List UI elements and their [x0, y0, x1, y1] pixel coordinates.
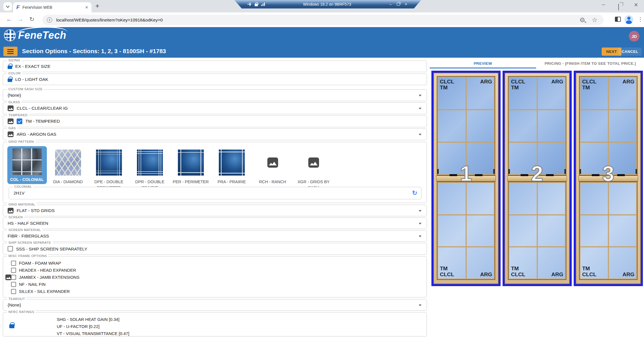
headex-checkbox[interactable] — [11, 268, 16, 273]
nfrc-uf-line: UF - U-FACTOR [0.22] — [57, 323, 129, 330]
field-glass[interactable]: GLASS CLCL - CLEAR/CLEAR IG — [3, 102, 427, 114]
tile-prairie[interactable]: PRA - PRAIRIE — [211, 146, 252, 191]
field-tearout-value[interactable]: {None} — [8, 303, 21, 308]
field-custom-sash-size[interactable]: CUSTOM SASH SIZE {None} — [3, 89, 427, 101]
ship-screen-checkbox[interactable] — [8, 246, 13, 252]
url-text[interactable]: localhost/WEB/quotes/lineitem?oKey=10918… — [56, 18, 580, 23]
app-root: F FeneVision WEB × + Windows 18.2 on 9BR… — [0, 0, 644, 337]
tile-grids-by-sash[interactable]: XGR - GRIDS BY SASH — [293, 146, 334, 191]
chevron-down-icon — [6, 4, 10, 8]
field-custom-sash-size-value[interactable]: {None} — [8, 93, 21, 98]
chevron-down-icon[interactable] — [419, 236, 422, 237]
tile-double-prairie[interactable]: DPR - DOUBLE PRAIRIE — [129, 146, 170, 191]
chevron-down-icon[interactable] — [419, 95, 422, 96]
tab-pricing[interactable]: PRICING - [FINISH ITEM TO SEE TOTAL PRIC… — [537, 58, 644, 68]
field-screen-value[interactable]: HS - HALF SCREEN — [8, 221, 48, 226]
reload-button[interactable]: ↻ — [29, 16, 34, 23]
new-tab-button[interactable]: + — [95, 2, 99, 10]
zoom-out-icon[interactable] — [580, 18, 584, 22]
field-gas-value[interactable]: ARG - ARGON GAS — [17, 132, 56, 137]
grid-muntin — [437, 214, 495, 215]
grid-muntin — [608, 77, 609, 175]
field-screen-material[interactable]: SCREEN MATERIAL FIBR - FIBERGLASS — [3, 230, 427, 242]
browser-profile-avatar[interactable] — [625, 15, 633, 24]
window-preview-row: CLCLTM ARG 1 TMCLCL ARG — [431, 71, 643, 286]
forward-button[interactable]: → — [18, 16, 23, 23]
chevron-down-icon[interactable] — [419, 304, 422, 306]
perimeter-pattern-image — [178, 150, 204, 176]
nfrc-vt-line: VT - VISUAL TRANSMITTANCE [0.47] — [57, 330, 129, 337]
grid-muntin — [466, 77, 467, 175]
chevron-down-icon[interactable] — [419, 223, 422, 224]
glass-label-bottomleft: TMCLCL — [440, 265, 454, 277]
tile-diamond[interactable]: DIA - DIAMOND — [47, 146, 88, 191]
refresh-icon[interactable]: ↻ — [412, 189, 417, 197]
field-grid-material-value[interactable]: FLAT - STD GRIDS — [17, 208, 55, 213]
remote-minimize-button[interactable]: – — [389, 2, 392, 7]
field-nfrc-ratings: NFRC RATINGS SHG - SOLAR HEAT GAIN [0.34… — [3, 312, 427, 336]
tempered-checkbox[interactable] — [17, 118, 22, 124]
tile-ranch[interactable]: RCH - RANCH — [252, 146, 293, 191]
window-close-button[interactable]: × — [634, 1, 638, 9]
nail-fin-checkbox[interactable] — [11, 282, 16, 287]
image-thumbnail-icon[interactable] — [8, 105, 14, 111]
nfrc-shg-line: SHG - SOLAR HEAT GAIN [0.34] — [57, 316, 129, 323]
field-tempered[interactable]: TEMPERED TM - TEMPERED — [3, 115, 427, 127]
top-sash: CLCLTM ARG — [579, 76, 638, 176]
tile-label: COL - COLONIAL — [7, 177, 47, 183]
window-preview-1[interactable]: CLCLTM ARG 1 TMCLCL ARG — [431, 71, 501, 286]
image-thumbnail-icon[interactable] — [5, 275, 11, 280]
image-thumbnail-icon[interactable] — [8, 131, 14, 137]
prairie-pattern-image — [219, 150, 245, 176]
field-gas[interactable]: GAS ARG - ARGON GAS — [3, 128, 427, 140]
section-number: 2 — [508, 161, 567, 186]
tile-perimeter[interactable]: PER - PERIMETER — [170, 146, 211, 191]
option-jambex: JAMBEX - JAMB EXTENSIONS — [3, 274, 427, 281]
remote-restore-button[interactable] — [397, 3, 400, 6]
bookmark-star-icon[interactable]: ☆ — [592, 16, 597, 24]
field-tearout[interactable]: TEAROUT {None} — [3, 299, 427, 311]
option-label: JAMBEX - JAMB EXTENSIONS — [19, 275, 79, 280]
image-thumbnail-icon[interactable] — [8, 118, 14, 124]
sillex-checkbox[interactable] — [11, 289, 16, 294]
cancel-button[interactable]: CANCEL — [618, 47, 642, 56]
foam-checkbox[interactable] — [11, 261, 16, 266]
tile-label: RCH - RANCH — [258, 179, 287, 185]
field-colonial-value[interactable]: 2H1V — [14, 191, 25, 196]
address-bar[interactable]: i localhost/WEB/quotes/lineitem?oKey=109… — [42, 15, 604, 25]
window-minimize-button[interactable]: – — [602, 1, 605, 8]
field-screen-material-value[interactable]: FIBR - FIBERGLASS — [8, 234, 49, 239]
field-colonial[interactable]: COLONIAL 2H1V ↻ — [9, 187, 422, 199]
field-grid-material[interactable]: GRID MATERIAL FLAT - STD GRIDS — [3, 205, 427, 216]
chevron-down-icon[interactable] — [419, 134, 422, 135]
site-info-icon[interactable]: i — [47, 17, 52, 23]
window-preview-2[interactable]: CLCLTM ARG 2 TMCLCL ARG — [503, 71, 572, 286]
pin-icon[interactable] — [247, 3, 251, 6]
back-button[interactable]: ← — [6, 16, 12, 23]
tab-close-icon[interactable]: × — [85, 5, 88, 10]
side-panel-icon[interactable] — [615, 17, 621, 22]
menu-button[interactable] — [3, 47, 18, 56]
tab-preview[interactable]: PREVIEW — [429, 58, 537, 68]
browser-menu-icon[interactable]: ⋮ — [638, 16, 643, 23]
field-screen[interactable]: SCREEN HS - HALF SCREEN — [3, 217, 427, 229]
field-ship-screen-separate-value: SSS - SHIP SCREEN SEPARATELY — [16, 246, 87, 251]
image-placeholder-icon — [267, 157, 278, 168]
tile-label: PER - PERIMETER — [172, 179, 210, 185]
field-color: COLOR LO - LIGHT OAK — [3, 74, 427, 85]
remote-close-button[interactable]: × — [405, 2, 407, 7]
browser-tab[interactable]: F FeneVision WEB × — [13, 2, 91, 12]
field-glass-value[interactable]: CLCL - CLEAR/CLEAR IG — [17, 106, 68, 111]
user-avatar[interactable]: JD — [629, 31, 639, 42]
jambex-checkbox[interactable] — [11, 275, 16, 280]
tile-double-perimeter[interactable]: DPE - DOUBLE PERIMETER — [88, 146, 129, 191]
chevron-down-icon[interactable] — [419, 210, 422, 212]
window-restore-button[interactable] — [618, 4, 619, 10]
image-thumbnail-icon[interactable] — [8, 208, 14, 213]
bottom-sash: TMCLCL ARG — [579, 182, 638, 280]
window-preview-3[interactable]: CLCLTM ARG 3 TMCLCL ARG — [574, 71, 643, 286]
tab-title: FeneVision WEB — [23, 5, 85, 10]
tile-colonial[interactable]: COL - COLONIAL — [6, 146, 47, 191]
tab-search-button[interactable] — [3, 2, 12, 11]
chevron-down-icon[interactable] — [419, 108, 422, 109]
